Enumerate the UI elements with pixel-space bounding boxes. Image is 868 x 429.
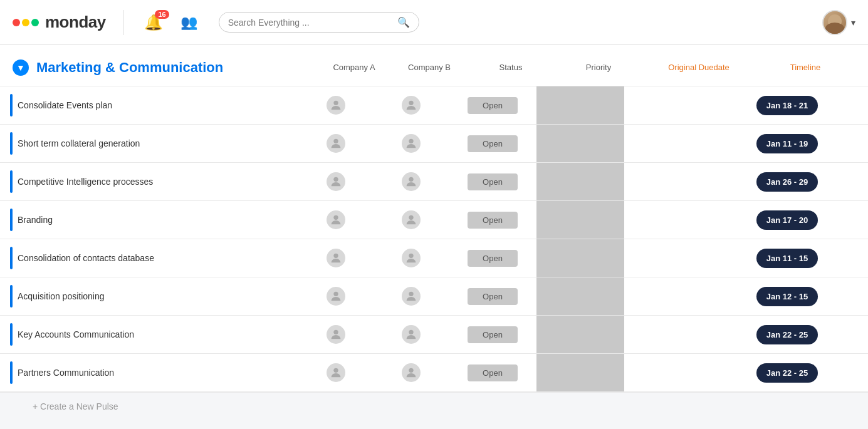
task-name: Branding [18,215,53,225]
task-name: Acquisition positioning [18,291,105,301]
app-header: monday 🔔 16 👥 🔍 ▾ [0,0,868,45]
team-icon: 👥 [180,14,197,30]
status-badge: Open [468,135,518,152]
avatar-cell-b [374,129,449,158]
chevron-down-icon: ▾ [851,18,855,28]
svg-point-15 [409,368,413,373]
timeline-badge: Jan 11 - 15 [756,249,818,268]
table-row: Consolidation of contacts database Open [0,239,868,277]
table-row: Key Accounts Communication Open Jan 22 - [0,316,868,354]
expand-icon: ▼ [16,63,25,72]
avatar [822,10,847,35]
logo-text: monday [45,13,106,32]
task-bar [10,247,13,269]
avatar-cell-b [374,282,449,311]
avatar-cell-a [298,91,374,120]
board-expand-button[interactable]: ▼ [13,59,29,76]
main-content: ▼ Marketing & Communication Company A Co… [0,45,868,420]
avatar-cell-a [298,167,374,196]
task-cell: Branding [10,201,298,239]
avatar-cell-a [298,129,374,158]
user-avatar-area[interactable]: ▾ [822,10,855,35]
task-cell: Partners Communication [10,354,298,391]
svg-point-14 [333,368,338,373]
logo-dot-yellow [22,19,29,26]
search-bar: 🔍 [219,12,419,33]
search-input[interactable] [228,18,392,28]
task-cell: Acquisition positioning [10,277,298,315]
task-name: Consolidation of contacts database [18,253,154,263]
person-avatar-a [327,249,345,267]
avatar-cell-b [374,205,449,234]
team-button[interactable]: 👥 [178,12,200,33]
svg-point-4 [333,177,338,182]
task-name: Competitive Intelligence processes [18,177,153,187]
svg-point-1 [409,101,413,105]
col-header-duedate: Original Duedate [642,56,755,78]
status-badge: Open [468,288,518,305]
status-badge: Open [468,97,518,114]
person-avatar-a [327,287,345,306]
person-avatar-b [402,363,421,382]
task-bar [10,209,13,231]
timeline-badge: Jan 11 - 19 [756,134,818,153]
table-row: Branding Open Jan 17 - 20 [0,201,868,239]
svg-point-2 [333,139,338,143]
person-avatar-a [327,134,345,153]
status-badge: Open [468,173,518,190]
timeline-badge: Jan 22 - 25 [756,325,818,344]
status-cell: Open [449,130,536,157]
person-avatar-a [327,172,345,191]
timeline-cell: Jan 11 - 19 [737,129,837,158]
status-badge: Open [468,250,518,267]
header-divider [123,10,124,35]
duedate-cell [624,368,737,378]
svg-point-9 [409,254,413,258]
task-cell: Competitive Intelligence processes [10,163,298,200]
create-pulse-row[interactable]: + Create a New Pulse [0,392,868,420]
task-bar [10,170,13,193]
priority-inner [536,86,624,124]
status-cell: Open [449,359,536,386]
priority-inner [536,316,624,353]
timeline-badge: Jan 17 - 20 [756,210,818,230]
duedate-cell [624,291,737,301]
table-row: Acquisition positioning Open Jan 12 - 15 [0,277,868,316]
status-cell: Open [449,92,536,119]
priority-cell [536,316,624,353]
svg-point-12 [333,330,338,334]
timeline-badge: Jan 18 - 21 [756,96,818,115]
col-header-priority: Priority [555,56,642,78]
status-badge: Open [468,364,518,381]
person-avatar-b [402,325,421,344]
priority-cell [536,277,624,315]
avatar-cell-a [298,244,374,272]
avatar-cell-a [298,205,374,234]
svg-point-11 [409,292,413,296]
status-cell: Open [449,168,536,195]
priority-inner [536,125,624,162]
col-header-timeline: Timeline [755,56,855,78]
logo-dot-red [13,19,20,26]
board-title-row: ▼ Marketing & Communication Company A Co… [0,45,868,86]
avatar-cell-a [298,282,374,311]
person-avatar-b [402,287,421,306]
timeline-cell: Jan 22 - 25 [737,358,837,388]
task-cell: Consolidate Events plan [10,86,298,124]
svg-point-6 [333,215,338,220]
avatar-cell-b [374,358,449,387]
duedate-cell [624,138,737,148]
priority-inner [536,239,624,277]
create-pulse-label: + Create a New Pulse [33,401,118,411]
status-cell: Open [449,245,536,272]
priority-inner [536,201,624,239]
status-cell: Open [449,321,536,348]
board-title: Marketing & Communication [36,59,316,76]
timeline-cell: Jan 17 - 20 [737,205,837,235]
timeline-cell: Jan 22 - 25 [737,320,837,349]
avatar-image [824,11,846,34]
timeline-cell: Jan 18 - 21 [737,91,837,120]
svg-point-3 [409,139,413,143]
task-bar [10,361,13,384]
notification-button[interactable]: 🔔 16 [142,11,165,34]
